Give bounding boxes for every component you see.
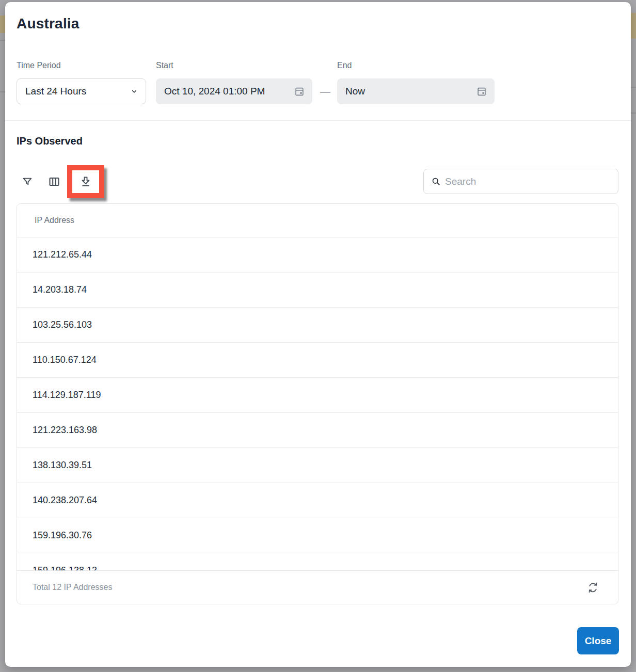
total-count-label: Total 12 IP Addresses	[33, 583, 112, 592]
ip-address-cell: 140.238.207.64	[33, 495, 97, 505]
refresh-button[interactable]	[586, 581, 599, 594]
ips-observed-heading: IPs Observed	[17, 135, 83, 147]
search-input[interactable]	[445, 176, 612, 187]
ip-address-cell: 121.212.65.44	[33, 249, 92, 260]
ip-address-cell: 121.223.163.98	[33, 425, 97, 435]
chevron-down-icon	[130, 87, 138, 95]
end-label: End	[337, 61, 352, 70]
ip-address-table: IP Address 121.212.65.44 14.203.18.74 10…	[17, 203, 618, 604]
columns-icon	[48, 175, 60, 188]
ip-address-cell: 114.129.187.119	[33, 390, 101, 400]
country-details-modal: Australia Time Period Start End Last 24 …	[5, 2, 631, 667]
table-row[interactable]: 121.223.163.98	[17, 413, 618, 448]
ip-address-cell: 14.203.18.74	[33, 284, 87, 295]
ip-address-column-header[interactable]: IP Address	[17, 204, 618, 237]
background-page-fragment	[631, 13, 636, 39]
end-datetime-input[interactable]: Now	[337, 78, 495, 104]
table-row[interactable]: 103.25.56.103	[17, 308, 618, 343]
ip-address-cell: 159.196.30.76	[33, 530, 92, 540]
date-range-separator: —	[313, 78, 337, 104]
download-icon	[80, 175, 92, 188]
table-row[interactable]: 159.196.30.76	[17, 518, 618, 553]
start-datetime-value: Oct 10, 2024 01:00 PM	[164, 86, 265, 97]
ip-address-cell: 103.25.56.103	[33, 319, 92, 330]
modal-title: Australia	[17, 15, 80, 32]
search-icon	[431, 177, 441, 186]
filter-icon	[22, 176, 33, 187]
background-page-fragment	[631, 87, 636, 88]
table-row[interactable]: 14.203.18.74	[17, 273, 618, 308]
time-period-label: Time Period	[17, 61, 61, 70]
download-button-highlighted[interactable]	[67, 165, 104, 198]
table-body: 121.212.65.44 14.203.18.74 103.25.56.103…	[17, 237, 618, 588]
background-page-fragment	[631, 113, 636, 114]
start-datetime-input[interactable]: Oct 10, 2024 01:00 PM	[156, 78, 312, 104]
ip-address-cell: 110.150.67.124	[33, 355, 97, 365]
background-page-fragment	[0, 91, 5, 92]
filter-button[interactable]	[20, 174, 35, 189]
calendar-icon[interactable]	[294, 86, 305, 97]
start-label: Start	[156, 61, 173, 70]
background-page-fragment	[0, 15, 5, 33]
time-period-select[interactable]: Last 24 Hours	[17, 78, 146, 104]
section-divider	[5, 120, 631, 121]
close-button[interactable]: Close	[577, 627, 619, 654]
search-field	[423, 169, 618, 194]
columns-button[interactable]	[47, 174, 61, 189]
background-page-fragment	[0, 40, 5, 41]
refresh-icon	[586, 581, 599, 594]
table-row[interactable]: 138.130.39.51	[17, 448, 618, 483]
end-datetime-value: Now	[345, 86, 365, 97]
table-footer: Total 12 IP Addresses	[17, 570, 618, 604]
time-period-value: Last 24 Hours	[25, 86, 86, 97]
table-row[interactable]: 121.212.65.44	[17, 237, 618, 273]
table-row[interactable]: 110.150.67.124	[17, 343, 618, 378]
table-row[interactable]: 140.238.207.64	[17, 483, 618, 518]
ip-address-cell: 138.130.39.51	[33, 460, 92, 470]
table-row[interactable]: 114.129.187.119	[17, 378, 618, 413]
calendar-icon[interactable]	[476, 86, 487, 97]
